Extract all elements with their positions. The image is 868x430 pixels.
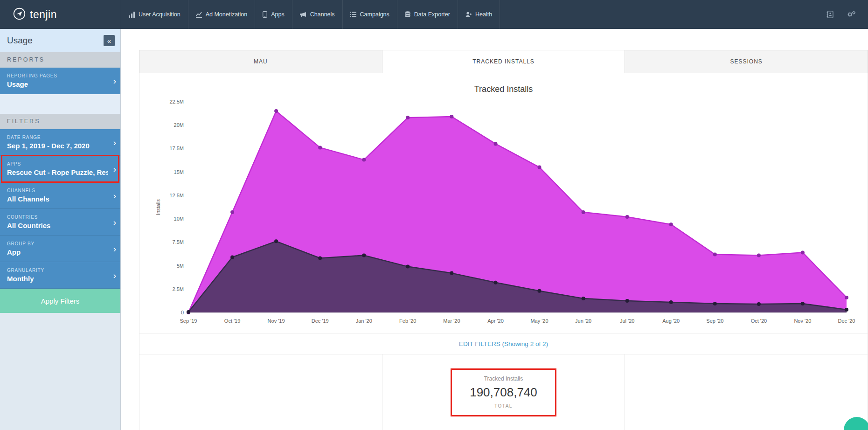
nav-item-apps[interactable]: Apps: [255, 0, 292, 29]
chevron-right-icon: ›: [113, 191, 116, 200]
svg-text:2.5M: 2.5M: [173, 286, 184, 292]
nav-label: Ad Monetization: [206, 11, 248, 18]
svg-text:May '20: May '20: [530, 318, 548, 324]
nav-label: User Acquisition: [139, 11, 181, 18]
svg-text:Installs: Installs: [155, 199, 161, 215]
nav-label: Channels: [310, 11, 335, 18]
filters-section-header: FILTERS: [0, 114, 120, 129]
main-nav: User Acquisition Ad Monetization Apps Ch…: [121, 0, 500, 29]
chart-title: Tracked Installs: [139, 84, 868, 94]
main-content: MAU TRACKED INSTALLS SESSIONS Tracked In…: [121, 29, 868, 430]
chevron-right-icon: ›: [113, 165, 116, 173]
filter-label: APPS: [7, 161, 108, 166]
svg-text:Nov '19: Nov '19: [268, 318, 285, 324]
brand-logo[interactable]: tenjin: [0, 0, 121, 29]
svg-text:17.5M: 17.5M: [169, 146, 184, 151]
tracked-installs-chart: 02.5M5M7.5M10M12.5M15M17.5M20M22.5MSep '…: [139, 94, 868, 333]
svg-text:Sep '20: Sep '20: [706, 318, 723, 324]
tab-mau[interactable]: MAU: [139, 50, 382, 73]
nav-item-channels[interactable]: Channels: [292, 0, 342, 29]
filter-value: All Channels: [7, 195, 108, 203]
filter-label: GROUP BY: [7, 241, 108, 246]
filter-group-by[interactable]: GROUP BY App ›: [0, 236, 120, 262]
svg-text:10M: 10M: [174, 216, 184, 222]
report-panel: MAU TRACKED INSTALLS SESSIONS Tracked In…: [139, 50, 868, 430]
reporting-pages-label: REPORTING PAGES: [7, 73, 108, 78]
sidebar: Usage « REPORTS REPORTING PAGES Usage › …: [0, 29, 121, 430]
annotation-box-total: Tracked Installs 190,708,740 TOTAL: [451, 368, 556, 416]
svg-text:5M: 5M: [177, 263, 184, 269]
filter-value: All Countries: [7, 222, 108, 229]
chevron-right-icon: ›: [113, 271, 116, 280]
svg-text:Jun '20: Jun '20: [575, 318, 591, 324]
settings-cogs-icon[interactable]: [847, 11, 856, 18]
tab-tracked-installs[interactable]: TRACKED INSTALLS: [382, 50, 625, 73]
nav-item-campaigns[interactable]: Campaigns: [342, 0, 397, 29]
nav-label: Health: [475, 11, 492, 18]
svg-text:Sep '19: Sep '19: [180, 318, 197, 324]
summary-stats-row: Tracked Installs 190,708,740 TOTAL: [139, 354, 868, 430]
apply-filters-button[interactable]: Apply Filters: [0, 289, 120, 313]
line-chart-icon: [196, 12, 202, 18]
svg-text:22.5M: 22.5M: [169, 99, 184, 104]
filter-apps[interactable]: APPS Rescue Cut - Rope Puzzle, Rescue ›: [0, 156, 120, 182]
svg-text:15M: 15M: [174, 169, 184, 175]
stat-cell-left: [139, 354, 382, 430]
filter-value: Rescue Cut - Rope Puzzle, Rescue: [7, 168, 108, 176]
chart-section: Tracked Installs 02.5M5M7.5M10M12.5M15M1…: [139, 73, 868, 333]
megaphone-icon: [300, 12, 306, 18]
stat-cell-center: Tracked Installs 190,708,740 TOTAL: [382, 354, 625, 430]
nav-item-user-acquisition[interactable]: User Acquisition: [121, 0, 188, 29]
filter-date-range[interactable]: DATE RANGE Sep 1, 2019 - Dec 7, 2020 ›: [0, 129, 120, 156]
edit-filters-link[interactable]: EDIT FILTERS (Showing 2 of 2): [459, 340, 548, 347]
nav-item-ad-monetization[interactable]: Ad Monetization: [188, 0, 255, 29]
chevron-right-icon: ›: [113, 218, 116, 227]
nav-label: Campaigns: [360, 11, 389, 18]
svg-text:Apr '20: Apr '20: [487, 318, 504, 324]
sidebar-collapse-button[interactable]: «: [104, 35, 115, 46]
nav-label: Data Exporter: [414, 11, 450, 18]
bar-chart-icon: [129, 12, 135, 18]
svg-text:Oct '20: Oct '20: [751, 318, 767, 324]
svg-text:Aug '20: Aug '20: [662, 318, 680, 324]
svg-text:0: 0: [181, 310, 184, 315]
summary-sublabel: TOTAL: [470, 403, 537, 409]
svg-text:Jan '20: Jan '20: [356, 318, 372, 324]
svg-text:20M: 20M: [174, 122, 184, 128]
list-icon: [350, 12, 356, 17]
svg-text:Oct '19: Oct '19: [224, 318, 241, 324]
svg-text:Feb '20: Feb '20: [399, 318, 416, 324]
sidebar-item-reporting-pages[interactable]: REPORTING PAGES Usage ›: [0, 68, 120, 94]
filter-value: App: [7, 248, 108, 256]
summary-label: Tracked Installs: [470, 375, 537, 382]
filter-granularity[interactable]: GRANULARITY Monthly ›: [0, 262, 120, 289]
filter-countries[interactable]: COUNTRIES All Countries ›: [0, 209, 120, 236]
summary-value: 190,708,740: [470, 385, 537, 400]
reporting-pages-value: Usage: [7, 80, 108, 88]
edit-filters-row: EDIT FILTERS (Showing 2 of 2): [139, 333, 868, 354]
docs-book-icon[interactable]: [826, 11, 834, 18]
filter-label: GRANULARITY: [7, 268, 108, 273]
filter-label: CHANNELS: [7, 188, 108, 193]
tab-sessions[interactable]: SESSIONS: [625, 50, 868, 73]
tenjin-logo-icon: [13, 7, 26, 22]
health-icon: [465, 12, 472, 18]
sidebar-spacer: [0, 94, 120, 114]
filter-channels[interactable]: CHANNELS All Channels ›: [0, 182, 120, 209]
metric-tabs: MAU TRACKED INSTALLS SESSIONS: [139, 50, 868, 73]
brand-name: tenjin: [30, 8, 57, 21]
chevron-right-icon: ›: [113, 138, 116, 147]
reports-section-header: REPORTS: [0, 52, 120, 68]
nav-item-health[interactable]: Health: [458, 0, 500, 29]
nav-item-data-exporter[interactable]: Data Exporter: [397, 0, 458, 29]
svg-text:Nov '20: Nov '20: [794, 318, 811, 324]
database-icon: [405, 11, 410, 18]
svg-text:7.5M: 7.5M: [173, 239, 184, 245]
svg-text:Dec '19: Dec '19: [312, 318, 329, 324]
svg-text:Mar '20: Mar '20: [443, 318, 460, 324]
nav-label: Apps: [271, 11, 285, 18]
svg-text:Dec '20: Dec '20: [838, 318, 855, 324]
mobile-icon: [263, 11, 267, 18]
sidebar-header: Usage «: [0, 29, 120, 52]
chevron-right-icon: ›: [113, 244, 116, 253]
